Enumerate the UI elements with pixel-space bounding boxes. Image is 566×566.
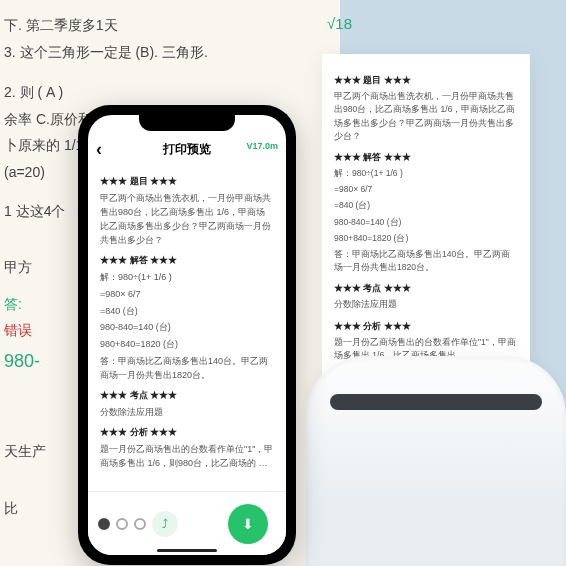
print-button[interactable]: ⬇ xyxy=(228,504,268,544)
bottom-toolbar: ⤴ ⬇ xyxy=(88,491,286,555)
smartphone: ‹ 打印预览 V17.0m ★★★ 题目 ★★★ 甲乙两个商场出售洗衣机，一月份… xyxy=(78,105,296,565)
receipt-answer-line: =840 (台) xyxy=(334,199,518,212)
receipt-answer-label: ★★★ 解答 ★★★ xyxy=(334,151,518,164)
answer-line: =980× 6/7 xyxy=(100,288,274,302)
analysis-body: 题一月份乙商场售出的台数看作单位"1"，甲商场多售出 1/6，则980台，比乙商… xyxy=(100,443,274,471)
home-indicator[interactable] xyxy=(157,549,217,552)
receipt-topic-label: ★★★ 题目 ★★★ xyxy=(334,74,518,87)
page-title: 打印预览 xyxy=(163,141,211,158)
receipt-topic-body: 甲乙两个商场出售洗衣机，一月份甲商场共售出980台，比乙商场多售出 1/6，甲商… xyxy=(334,90,518,143)
answer-label: ★★★ 解答 ★★★ xyxy=(100,254,274,268)
answer-line: 980-840=140 (台) xyxy=(100,321,274,335)
phone-screen: ‹ 打印预览 V17.0m ★★★ 题目 ★★★ 甲乙两个商场出售洗衣机，一月份… xyxy=(88,115,286,555)
receipt-answer-line: 解：980÷(1+ 1/6 ) xyxy=(334,167,518,180)
receipt-analysis-label: ★★★ 分析 ★★★ xyxy=(334,320,518,333)
phone-notch xyxy=(139,115,235,131)
receipt-focus-body: 分数除法应用题 xyxy=(334,298,518,311)
share-button[interactable]: ⤴ xyxy=(152,511,178,537)
printer-slot xyxy=(330,394,542,410)
top-right-action[interactable]: V17.0m xyxy=(246,141,278,151)
download-icon: ⬇ xyxy=(242,516,254,532)
product-scene: 下. 第二季度多1天 3. 这个三角形一定是 (B). 三角形. 2. 则 ( … xyxy=(0,0,566,566)
answer-line: 解：980÷(1+ 1/6 ) xyxy=(100,271,274,285)
preview-content[interactable]: ★★★ 题目 ★★★ 甲乙两个商场出售洗衣机，一月份甲商场共售出980台，比乙商… xyxy=(88,167,286,491)
app-topbar: ‹ 打印预览 V17.0m xyxy=(88,131,286,167)
checkmark-icon: √18 xyxy=(327,10,352,39)
receipt-answer-line: 980-840=140 (台) xyxy=(334,216,518,229)
receipt-answer-line: 980+840=1820 (台) xyxy=(334,232,518,245)
share-icon: ⤴ xyxy=(162,517,168,531)
thermal-printer xyxy=(306,336,566,566)
answer-line: 980+840=1820 (台) xyxy=(100,338,274,352)
topic-body: 甲乙两个商场出售洗衣机，一月份甲商场共售出980台，比乙商场多售出 1/6，甲商… xyxy=(100,192,274,248)
answer-line: =840 (台) xyxy=(100,305,274,319)
topic-label: ★★★ 题目 ★★★ xyxy=(100,175,274,189)
focus-label: ★★★ 考点 ★★★ xyxy=(100,389,274,403)
focus-body: 分数除法应用题 xyxy=(100,406,274,420)
receipt-answer-line: =980× 6/7 xyxy=(334,183,518,196)
printer-body xyxy=(306,356,566,566)
worksheet-line: 2. 则 ( A ) xyxy=(4,79,334,106)
option-dot[interactable] xyxy=(134,518,146,530)
answer-conclusion: 答：甲商场比乙商场多售出140台。甲乙两商场一月份共售出1820台。 xyxy=(100,355,274,383)
back-icon[interactable]: ‹ xyxy=(96,139,102,160)
receipt-answer-conclusion: 答：甲商场比乙商场多售出140台。甲乙两商场一月份共售出1820台。 xyxy=(334,248,518,274)
analysis-label: ★★★ 分析 ★★★ xyxy=(100,426,274,440)
option-dot[interactable] xyxy=(116,518,128,530)
worksheet-line: 下. 第二季度多1天 xyxy=(4,12,334,39)
receipt-focus-label: ★★★ 考点 ★★★ xyxy=(334,282,518,295)
worksheet-line: 3. 这个三角形一定是 (B). 三角形. xyxy=(4,39,334,66)
option-dot[interactable] xyxy=(98,518,110,530)
